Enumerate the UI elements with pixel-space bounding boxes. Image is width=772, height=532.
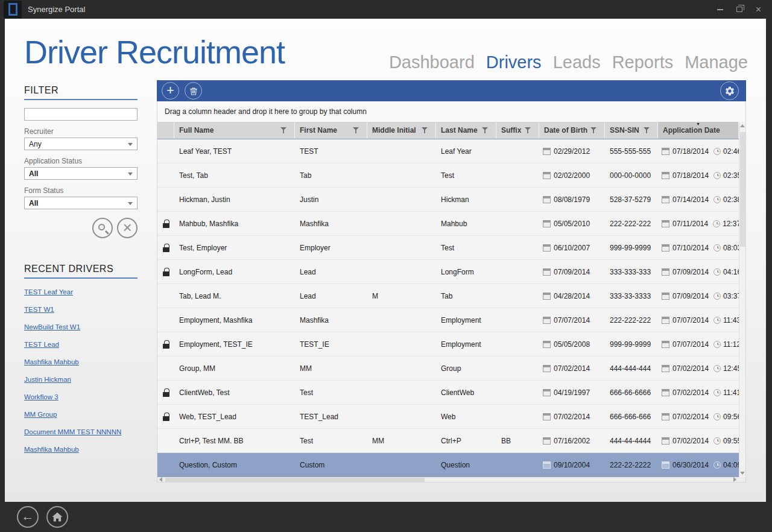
add-driver-button[interactable]: +: [162, 82, 179, 100]
app-date-text: 07/18/2014: [672, 171, 709, 180]
header-application-date[interactable]: ▼Application Date: [658, 122, 739, 139]
restore-icon[interactable]: [736, 7, 742, 12]
table-row[interactable]: Leaf Year, TEST TEST Leaf Year 02/29/201…: [157, 139, 739, 163]
cell-full-name: Question, Custom: [174, 453, 295, 477]
app-date-text: 07/02/2014: [672, 413, 709, 421]
cell-last-name: Test: [436, 163, 496, 187]
recent-driver-link[interactable]: Mashfika Mahbub: [24, 358, 138, 366]
scroll-down-icon[interactable]: [740, 472, 745, 475]
cell-dob: 09/10/2004: [539, 453, 605, 477]
filter-funnel-icon[interactable]: [525, 127, 531, 133]
vertical-scrollbar[interactable]: [739, 122, 745, 477]
nav-drivers[interactable]: Drivers: [486, 52, 542, 72]
cell-dob: 07/07/2014: [539, 308, 605, 332]
application-status-select[interactable]: All: [24, 167, 138, 180]
recent-driver-link[interactable]: MM Group: [24, 411, 138, 418]
nav-dashboard[interactable]: Dashboard: [389, 52, 475, 72]
cell-middle-initial: [367, 212, 436, 235]
cell-full-name: ClientWeb, Test: [174, 381, 295, 404]
minimize-icon[interactable]: [717, 9, 723, 10]
filter-funnel-icon[interactable]: [422, 127, 428, 133]
nav-leads[interactable]: Leads: [553, 52, 601, 72]
header-label: Suffix: [501, 126, 521, 135]
group-by-bar[interactable]: Drag a column header and drop it here to…: [157, 101, 746, 122]
filter-funnel-icon[interactable]: [280, 127, 286, 133]
sort-desc-icon: ▼: [696, 122, 700, 127]
header-first-name[interactable]: First Name: [295, 122, 367, 139]
filter-funnel-icon[interactable]: [644, 127, 650, 133]
cell-full-name: Ctrl+P, Test MM. BB: [174, 429, 295, 452]
filter-funnel-icon[interactable]: [353, 127, 359, 133]
clock-icon: [713, 437, 721, 445]
form-status-select[interactable]: All: [24, 197, 138, 209]
header-date-of-birth[interactable]: Date of Birth: [539, 122, 605, 139]
recruiter-select[interactable]: Any: [24, 138, 138, 150]
scroll-right-icon[interactable]: [733, 477, 736, 482]
table-row[interactable]: LongForm, Lead Lead LongForm 07/09/2014 …: [157, 260, 739, 284]
table-row[interactable]: Employment, Mashfika Mashfika Employment…: [157, 308, 739, 332]
search-button[interactable]: [92, 218, 113, 238]
cell-full-name: Employment, Mashfika: [174, 308, 295, 332]
cell-ssn: 528-37-5279: [605, 188, 658, 211]
home-button[interactable]: [46, 506, 68, 528]
delete-driver-button[interactable]: [185, 82, 202, 100]
window-controls: ×: [717, 5, 772, 14]
settings-button[interactable]: [720, 81, 739, 100]
calendar-icon: [543, 293, 551, 300]
header-ssn-sin[interactable]: SSN-SIN: [605, 122, 658, 139]
table-row-selected[interactable]: Question, Custom Custom Question 09/10/2…: [157, 453, 739, 477]
cell-first-name: Tab: [295, 163, 367, 187]
nav-manage[interactable]: Manage: [685, 52, 748, 72]
table-row[interactable]: Test, Employer Employer Test 06/10/2007 …: [157, 236, 739, 260]
horizontal-scrollbar[interactable]: [157, 477, 746, 483]
main-nav: Dashboard Drivers Leads Reports Manage: [389, 52, 748, 72]
recent-driver-link[interactable]: TEST Lead: [24, 341, 138, 348]
filter-funnel-icon[interactable]: [482, 127, 488, 133]
table-row[interactable]: Group, MM MM Group 07/02/2014 444-444-44…: [157, 356, 739, 381]
app-date-text: 07/14/2014: [672, 195, 709, 204]
recent-driver-link[interactable]: Mashfika Mahbub: [24, 446, 138, 453]
cell-first-name: TEST: [295, 139, 367, 163]
header-full-name[interactable]: Full Name: [174, 122, 295, 139]
table-row[interactable]: Ctrl+P, Test MM. BB Test MM Ctrl+P BB 07…: [157, 429, 739, 453]
close-icon[interactable]: ×: [756, 5, 761, 14]
table-row[interactable]: Employment, TEST_IE TEST_IE Employment 0…: [157, 332, 739, 356]
calendar-icon: [662, 244, 669, 252]
nav-reports[interactable]: Reports: [612, 52, 674, 72]
dob-text: 07/16/2002: [554, 437, 590, 445]
clear-filter-button[interactable]: ×: [117, 218, 138, 238]
cell-application-date: 07/09/201404:16: [658, 260, 739, 283]
filter-funnel-icon[interactable]: [590, 127, 596, 133]
header-suffix[interactable]: Suffix: [496, 122, 539, 139]
scroll-up-icon[interactable]: [740, 124, 745, 127]
recent-driver-link[interactable]: Document MMM TEST NNNNN: [24, 428, 138, 435]
back-button[interactable]: ←: [17, 506, 39, 528]
horizontal-scrollbar-thumb[interactable]: [165, 478, 425, 482]
cell-ssn: 222-222-222: [605, 308, 658, 332]
app-date-text: 07/07/2014: [672, 316, 709, 325]
dob-text: 07/07/2014: [554, 316, 590, 325]
vertical-scrollbar-thumb[interactable]: [740, 132, 745, 247]
recent-driver-link[interactable]: TEST Leaf Year: [24, 288, 138, 296]
cell-last-name: Group: [436, 356, 496, 380]
recent-driver-link[interactable]: Workflow 3: [24, 393, 138, 401]
cell-suffix: [496, 405, 539, 428]
app-date-text: 07/09/2014: [672, 292, 709, 300]
header-last-name[interactable]: Last Name: [436, 122, 496, 139]
table-row[interactable]: Tab, Lead M. Lead M Tab 04/28/2014 333-3…: [157, 284, 739, 308]
header-middle-initial[interactable]: Middle Initial: [367, 122, 436, 139]
table-row[interactable]: Web, TEST_Lead TEST_Lead Web 07/02/2014 …: [157, 405, 739, 429]
recent-driver-link[interactable]: NewBuild Test W1: [24, 323, 138, 331]
app-time-text: 12:45: [723, 364, 739, 373]
scroll-left-icon[interactable]: [159, 477, 162, 482]
app-time-text: 11:43: [723, 316, 739, 325]
table-row[interactable]: Mahbub, Mashfika Mashfika Mahbub 05/05/2…: [157, 212, 739, 236]
table-row[interactable]: Hickman, Justin Justin Hickman 08/08/197…: [157, 188, 739, 212]
recent-driver-link[interactable]: TEST W1: [24, 306, 138, 313]
table-row[interactable]: Test, Tab Tab Test 02/02/2000 000-00-000…: [157, 163, 739, 188]
cell-dob: 07/16/2002: [539, 429, 605, 452]
filter-keyword-input[interactable]: [24, 108, 138, 121]
lock-cell: [157, 188, 174, 211]
recent-driver-link[interactable]: Justin Hickman: [24, 376, 138, 383]
table-row[interactable]: ClientWeb, Test Test ClientWeb 04/19/199…: [157, 381, 739, 405]
